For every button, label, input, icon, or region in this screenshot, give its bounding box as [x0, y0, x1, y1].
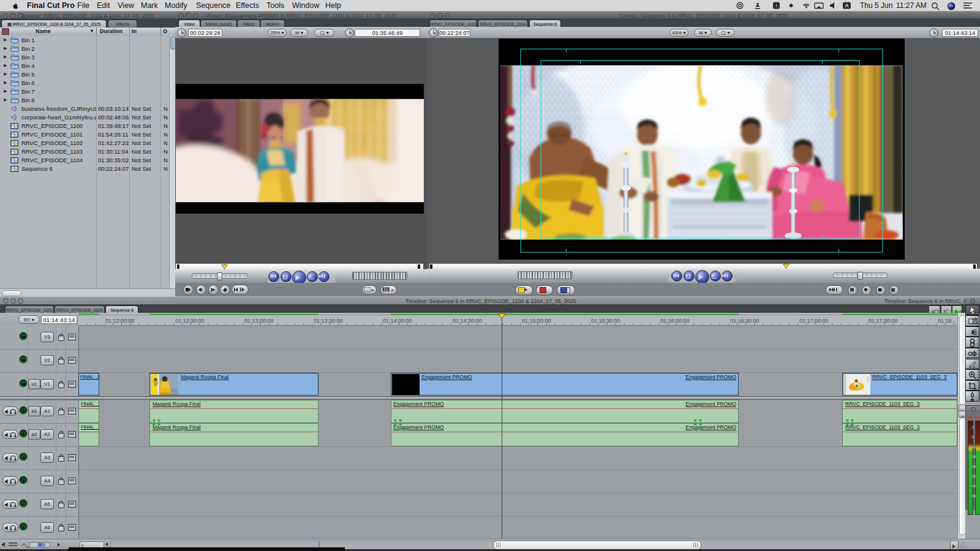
- svg-text:!: !: [776, 3, 777, 9]
- svg-text:A: A: [845, 2, 849, 9]
